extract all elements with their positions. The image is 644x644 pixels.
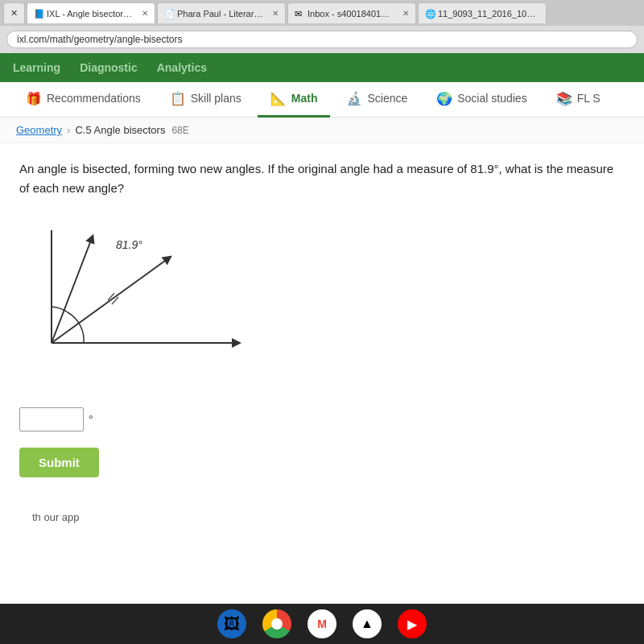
photos-taskbar-icon[interactable]: 🖼 [217, 609, 246, 638]
chrome-taskbar-icon[interactable] [262, 609, 291, 638]
main-content: An angle is bisected, forming two new an… [0, 143, 644, 493]
skillplans-icon: 📋 [170, 91, 186, 106]
answer-unit: ° [89, 413, 93, 426]
drive-taskbar-icon[interactable]: ▲ [353, 609, 382, 638]
tab-bar: ✕ 📘 IXL - Angle bisectors (Ge... ✕ 📄 Pha… [0, 0, 644, 26]
tab-other[interactable]: 🌐 11_9093_11_2016_1069... [418, 2, 547, 23]
tab-skill-plans[interactable]: 📋 Skill plans [157, 82, 254, 118]
other-tab-icon: 🌐 [425, 9, 435, 19]
tab-phara-close-icon[interactable]: ✕ [272, 9, 279, 18]
tab-math[interactable]: 📐 Math [258, 82, 331, 118]
ixl-tab-icon: 📘 [34, 9, 43, 19]
ixl-header-top: Learning Diagnostic Analytics [0, 53, 644, 82]
tab-fl[interactable]: 📚 FL S [543, 82, 613, 118]
nav-learning[interactable]: Learning [13, 61, 60, 74]
question-text: An angle is bisected, forming two new an… [19, 159, 625, 198]
inbox-tab-icon: ✉ [295, 9, 304, 19]
breadcrumb: Geometry › C.5 Angle bisectors 68E [0, 118, 644, 143]
tab-social-studies[interactable]: 🌍 Social studies [423, 82, 539, 118]
tab-inbox-close-icon[interactable]: ✕ [402, 9, 409, 18]
answer-row: ° [19, 407, 625, 431]
youtube-taskbar-icon[interactable]: ▶ [398, 609, 427, 638]
submit-button[interactable]: Submit [19, 448, 99, 477]
math-icon: 📐 [270, 91, 287, 106]
nav-analytics[interactable]: Analytics [157, 61, 207, 74]
tab-close-icon[interactable]: ✕ [142, 9, 148, 18]
fl-icon: 📚 [556, 91, 572, 106]
address-bar[interactable]: ixl.com/math/geometry/angle-bisectors [6, 31, 638, 48]
address-bar-row: ixl.com/math/geometry/angle-bisectors [0, 26, 644, 53]
science-icon: 🔬 [346, 91, 362, 106]
answer-input[interactable] [19, 407, 84, 431]
tab-inbox[interactable]: ✉ Inbox - s40018401@stu... ✕ [287, 2, 416, 23]
nav-diagnostic[interactable]: Diagnostic [80, 61, 138, 74]
recommendations-icon: 🎁 [26, 91, 42, 106]
diagram-container: 81.9° [27, 214, 253, 391]
footer-hint: th our app [16, 511, 96, 523]
tab-science[interactable]: 🔬 Science [333, 82, 420, 118]
ixl-nav: 🎁 Recommendations 📋 Skill plans 📐 Math 🔬… [0, 82, 644, 118]
ixl-app: Learning Diagnostic Analytics 🎁 Recommen… [0, 53, 644, 644]
breadcrumb-geometry[interactable]: Geometry [16, 124, 62, 136]
breadcrumb-current: C.5 Angle bisectors [75, 124, 165, 136]
social-studies-icon: 🌍 [436, 91, 452, 106]
tab-recommendations[interactable]: 🎁 Recommendations [13, 82, 154, 118]
browser-chrome: ✕ 📘 IXL - Angle bisectors (Ge... ✕ 📄 Pha… [0, 0, 644, 53]
svg-line-2 [52, 258, 168, 343]
svg-line-1 [52, 238, 92, 343]
breadcrumb-code: 68E [171, 125, 188, 136]
phara-tab-icon: 📄 [164, 9, 174, 19]
breadcrumb-separator: › [67, 124, 70, 136]
tab-ixl[interactable]: 📘 IXL - Angle bisectors (Ge... ✕ [27, 2, 155, 23]
taskbar: 🖼 M ▲ ▶ [0, 604, 644, 644]
tab-x[interactable]: ✕ [3, 2, 25, 23]
angle-label: 81.9° [116, 238, 142, 251]
gmail-taskbar-icon[interactable]: M [308, 609, 336, 638]
tab-phara[interactable]: 📄 Phara Paul - Literary An... ✕ [157, 2, 286, 23]
